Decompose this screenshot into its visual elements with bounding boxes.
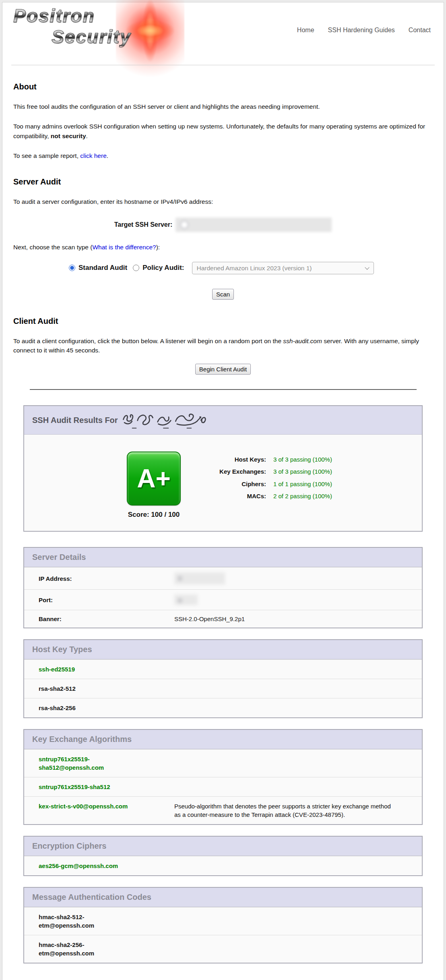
about-section: About This free tool audits the configur… [2, 82, 444, 160]
host-key-types-header: Host Key Types [24, 640, 422, 659]
results-panel-body: A+ Score: 100 / 100 Host Keys: 3 of 3 pa… [24, 435, 422, 531]
logo-text-line2: Security [52, 27, 182, 46]
cipher-row: aes256-gcm@openssh.com [24, 856, 422, 875]
mac-row: hmac-sha2-512-etm@openssh.com [24, 907, 422, 935]
server-details-header: Server Details [24, 548, 422, 567]
host-key-row: rsa-sha2-256 [24, 698, 422, 717]
begin-client-audit-button[interactable]: Begin Client Audit [195, 364, 251, 375]
mac-row: hmac-sha2-256-etm@openssh.com [24, 935, 422, 963]
detail-row-ip: IP Address: [24, 567, 422, 589]
host-key-types-panel: Host Key Types ssh-ed25519 rsa-sha2-512 … [23, 639, 423, 718]
scan-type-row: Standard Audit Policy Audit: Hardened Am… [69, 262, 433, 274]
grade-column: A+ Score: 100 / 100 [116, 452, 192, 519]
detail-row-port: Port: [24, 589, 422, 610]
nav-home-link[interactable]: Home [297, 27, 314, 33]
main-content-card: Positron Security HomeSSH Hardening Guid… [2, 2, 444, 980]
client-audit-paragraph: To audit a client configuration, click t… [13, 336, 433, 355]
key-exchange-header: Key Exchange Algorithms [24, 730, 422, 749]
server-audit-heading: Server Audit [13, 177, 433, 186]
banner-value: SSH-2.0-OpenSSH_9.2p1 [174, 615, 245, 622]
header-divider [11, 65, 435, 65]
page: Positron Security HomeSSH Hardening Guid… [0, 2, 446, 980]
about-heading: About [13, 82, 433, 91]
host-key-row: ssh-ed25519 [24, 659, 422, 679]
server-audit-section: Server Audit To audit a server configura… [2, 177, 444, 300]
target-ssh-server-label: Target SSH Server: [114, 221, 173, 228]
kex-row: sntrup761x25519-sha512 [24, 777, 422, 796]
site-header: Positron Security HomeSSH Hardening Guid… [2, 2, 444, 65]
client-audit-button-row: Begin Client Audit [13, 364, 433, 375]
encryption-ciphers-header: Encryption Ciphers [24, 837, 422, 856]
ssh-audit-results-panel: SSH Audit Results For A+ [23, 405, 423, 532]
about-paragraph-1: This free tool audits the configuration … [13, 102, 433, 111]
redacted-ip-address [174, 572, 225, 584]
target-server-row: Target SSH Server: [13, 218, 433, 232]
server-audit-intro: To audit a server configuration, enter i… [13, 197, 433, 206]
detail-row-banner: Banner: SSH-2.0-OpenSSH_9.2p1 [24, 610, 422, 628]
results-panel-header: SSH Audit Results For [24, 406, 422, 435]
macs-header: Message Authentication Codes [24, 888, 422, 907]
kex-row: sntrup761x25519-sha512@openssh.com [24, 749, 422, 777]
results-divider [30, 389, 417, 390]
macs-panel: Message Authentication Codes hmac-sha2-5… [23, 887, 423, 963]
results-stats: Host Keys: 3 of 3 passing (100%) Key Exc… [215, 456, 332, 504]
target-ssh-server-input[interactable] [176, 218, 332, 232]
grade-badge: A+ [127, 452, 181, 506]
scan-button-row: Scan [13, 289, 433, 300]
scan-type-difference-link[interactable]: What is the difference? [92, 244, 156, 251]
about-paragraph-2: Too many admins overlook SSH configurati… [13, 122, 433, 141]
main-nav: HomeSSH Hardening GuidesContact [283, 27, 431, 34]
kex-note: Pseudo-algorithm that denotes the peer s… [174, 802, 402, 819]
standard-audit-radio[interactable] [69, 265, 75, 271]
logo-text-line1: Positron [13, 6, 182, 25]
policy-select[interactable]: Hardened Amazon Linux 2023 (version 1) [192, 262, 374, 274]
stat-row-host-keys: Host Keys: 3 of 3 passing (100%) [215, 456, 332, 464]
scan-type-paragraph: Next, choose the scan type (What is the … [13, 242, 433, 252]
stat-row-macs: MACs: 2 of 2 passing (100%) [215, 492, 332, 500]
redacted-port [174, 595, 198, 605]
sample-report-paragraph: To see a sample report, click here. [13, 151, 433, 160]
sample-report-link[interactable]: click here [80, 152, 106, 159]
server-details-panel: Server Details IP Address: Port: Banner:… [23, 547, 423, 628]
policy-select-wrap: Hardened Amazon Linux 2023 (version 1) [192, 262, 374, 274]
grade-value: A+ [137, 464, 171, 493]
nav-contact-link[interactable]: Contact [409, 27, 431, 33]
positron-security-logo[interactable]: Positron Security [13, 6, 182, 63]
encryption-ciphers-panel: Encryption Ciphers aes256-gcm@openssh.co… [23, 836, 423, 876]
policy-audit-radio[interactable] [133, 265, 139, 271]
key-exchange-panel: Key Exchange Algorithms sntrup761x25519-… [23, 729, 423, 825]
host-key-row: rsa-sha2-512 [24, 679, 422, 698]
stat-row-ciphers: Ciphers: 1 of 1 passing (100%) [215, 480, 332, 488]
redacted-hostname-scribble [122, 412, 209, 429]
stat-row-key-exchanges: Key Exchanges: 3 of 3 passing (100%) [215, 468, 332, 476]
scan-button[interactable]: Scan [212, 289, 234, 300]
results-title: SSH Audit Results For [32, 416, 118, 425]
nav-ssh-hardening-guides-link[interactable]: SSH Hardening Guides [328, 27, 395, 33]
score-label: Score: 100 / 100 [116, 511, 192, 519]
standard-audit-label: Standard Audit [78, 264, 127, 272]
policy-audit-label: Policy Audit: [142, 264, 184, 272]
client-audit-heading: Client Audit [13, 317, 433, 326]
client-audit-section: Client Audit To audit a client configura… [2, 317, 444, 375]
kex-row: kex-strict-s-v00@openssh.com Pseudo-algo… [24, 796, 422, 824]
